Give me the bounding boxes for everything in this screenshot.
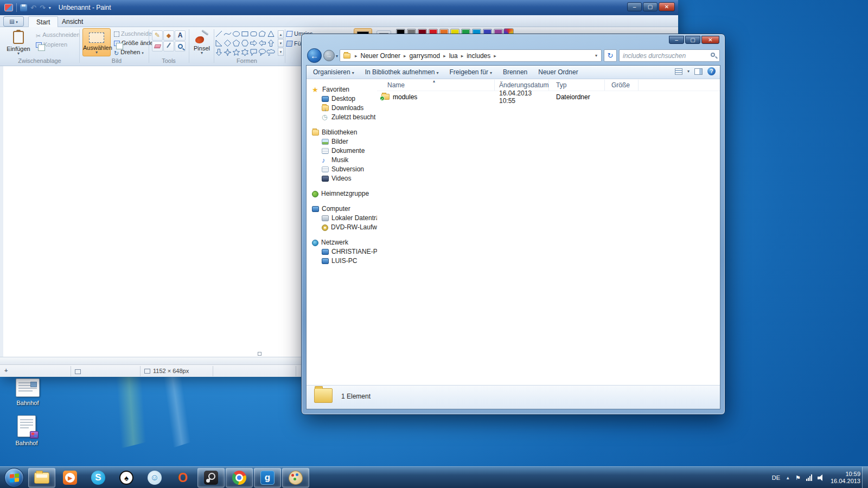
system-tray: DE ▲ ⚑ 10:59 16.04.2013 [772,467,860,488]
taskbar-button-uplay[interactable]: ☺ [141,468,168,487]
nav-history-dropdown-icon[interactable]: ▾ [336,54,338,59]
sidebar-item-luis-pc[interactable]: LUIS-PC [307,256,377,266]
sidebar-section-heimnetzgruppe[interactable]: Heimnetzgruppe [307,189,377,198]
taskbar-button-chrome[interactable] [226,468,253,487]
volume-icon[interactable] [818,474,825,481]
preview-pane-icon[interactable] [694,68,703,75]
sidebar-item-bilder[interactable]: Bilder [307,137,377,146]
paint-title-bar[interactable]: ↶ ↷ ▾ Unbenannt - Paint – ▢ ✕ [0,0,678,15]
sidebar-section-netzwerk[interactable]: Netzwerk [307,238,377,247]
maximize-button[interactable]: ▢ [643,2,658,11]
toolbar-organisieren[interactable]: Organisieren▾ [313,68,354,76]
tab-ansicht[interactable]: Ansicht [54,16,91,27]
network-signal-icon[interactable] [806,474,812,481]
column-header-groesse[interactable]: Größe [605,80,639,91]
eraser-tool[interactable] [152,41,163,52]
toolbar-brennen[interactable]: Brennen [503,68,527,76]
pencil-tool[interactable]: ✎ [152,30,163,41]
sidebar-item-downloads[interactable]: Downloads [307,104,377,113]
taskbar-button-origin[interactable]: O [169,468,196,487]
paste-button[interactable]: Einfügen ▾ [4,28,33,56]
sidebar-section-bibliotheken[interactable]: Bibliotheken [307,128,377,137]
change-view-icon[interactable] [675,68,682,75]
language-indicator[interactable]: DE [772,474,780,481]
magnifier-tool[interactable] [175,41,186,52]
view-dropdown-icon[interactable]: ▾ [687,69,690,74]
cut-button[interactable]: ✂Ausschneiden [36,31,80,40]
select-button[interactable]: Auswählen ▾ [82,28,111,56]
help-icon[interactable]: ? [707,67,716,75]
taskbar-button-steam[interactable] [197,468,225,487]
forward-button[interactable]: → [323,50,335,61]
shapes-scroll-up-icon[interactable]: ▴ [278,30,284,38]
text-tool[interactable]: A [175,30,186,41]
copy-button[interactable]: Kopieren [36,41,67,50]
canvas-resize-handle[interactable] [258,352,261,356]
star-icon: ★ [312,87,320,93]
desktop-icon-bahnhof-1[interactable]: Bahnhof [9,378,47,406]
sidebar-item-christiane-pc[interactable]: CHRISTIANE-PC [307,247,377,256]
tray-clock[interactable]: 10:59 16.04.2013 [831,471,860,485]
maximize-button[interactable]: ▢ [685,36,700,44]
breadcrumb[interactable]: ▸ Neuer Ordner ▸ garrysmod ▸ lua ▸ inclu… [340,49,602,62]
search-icon [711,53,715,57]
toolbar-freigeben-fuer[interactable]: Freigeben für▾ [450,68,492,76]
sidebar-item-musik[interactable]: ♪Musik [307,156,377,165]
save-icon[interactable] [20,4,27,11]
breadcrumb-segment[interactable]: includes [464,52,493,60]
toolbar-neuer-ordner[interactable]: Neuer Ordner [538,68,578,76]
paste-dropdown-icon: ▾ [5,52,32,55]
paint-app-icon [4,4,13,11]
undo-icon[interactable]: ↶ [30,4,36,12]
breadcrumb-segment[interactable]: Neuer Ordner [359,52,403,60]
start-button[interactable] [4,468,24,487]
back-button[interactable]: ← [307,48,322,63]
sidebar-item-lokaler-datentraeger[interactable]: Lokaler Datenträger [307,214,377,223]
brush-button[interactable]: Pinsel ▾ [191,28,213,56]
breadcrumb-segment[interactable]: lua [447,52,460,60]
taskbar-button-garrysmod[interactable]: g [254,468,281,487]
action-center-flag-icon[interactable]: ⚑ [795,474,801,481]
breadcrumb-segment[interactable]: garrysmod [407,52,442,60]
toolbar-in-bibliothek-aufnehmen[interactable]: In Bibliothek aufnehmen▾ [365,68,439,76]
minimize-button[interactable]: – [669,36,684,44]
fill-tool[interactable]: ◆ [163,30,174,41]
taskbar-button-media-player[interactable]: ▶ [56,468,84,487]
shapes-grid[interactable] [215,30,277,57]
column-header-typ[interactable]: Typ [549,80,605,91]
taskbar-button-game-emblem[interactable]: ♠ [113,468,140,487]
taskbar-button-skype[interactable]: S [85,468,112,487]
search-input[interactable] [623,50,710,61]
sidebar-item-videos[interactable]: Videos [307,174,377,183]
sidebar-item-dokumente[interactable]: Dokumente [307,146,377,156]
desktop: Bahnhof Bahnhof ↶ ↷ ▾ Unbenannt - Paint … [0,0,868,488]
shapes-scroll-more-icon[interactable]: ▾ [278,48,284,56]
sidebar-section-computer[interactable]: Computer [307,204,377,214]
taskbar-button-paint[interactable] [282,468,309,487]
search-box[interactable] [619,49,720,62]
shapes-scroll-down-icon[interactable]: ▾ [278,39,284,47]
sidebar-section-favoriten[interactable]: ★Favoriten [307,85,377,94]
sidebar-item-subversion[interactable]: Subversion [307,165,377,174]
sidebar-item-zuletzt-besucht[interactable]: ◷Zuletzt besucht [307,113,377,122]
refresh-button[interactable]: ↻ [604,49,617,62]
taskbar-button-explorer[interactable] [28,468,55,487]
file-row-modules[interactable]: ✓modules 16.04.2013 10:55 Dateiordner [377,91,720,102]
desktop-icon-bahnhof-2[interactable]: Bahnhof [8,415,46,446]
column-header-name[interactable]: Name [377,80,495,91]
close-button[interactable]: ✕ [659,2,675,11]
show-desktop-button[interactable] [862,467,868,488]
sidebar-item-desktop[interactable]: Desktop [307,94,377,104]
sidebar-item-dvd-laufwerk[interactable]: DVD-RW-Laufwerk ( [307,223,377,232]
rotate-button[interactable]: ↻Drehen ▾ [114,49,144,57]
breadcrumb-folder-icon [343,53,350,59]
show-hidden-icons[interactable]: ▲ [786,476,790,480]
breadcrumb-dropdown-icon[interactable]: ▾ [595,53,601,58]
file-menu-button[interactable]: ▤ ▾ [3,16,24,27]
close-button[interactable]: ✕ [701,36,719,44]
color-picker-tool[interactable] [163,41,174,52]
redo-icon[interactable]: ↷ [40,4,46,12]
minimize-button[interactable]: – [627,2,642,11]
shapes-scrollbar[interactable]: ▴ ▾ ▾ [278,30,284,56]
qat-dropdown-icon[interactable]: ▾ [49,5,51,10]
